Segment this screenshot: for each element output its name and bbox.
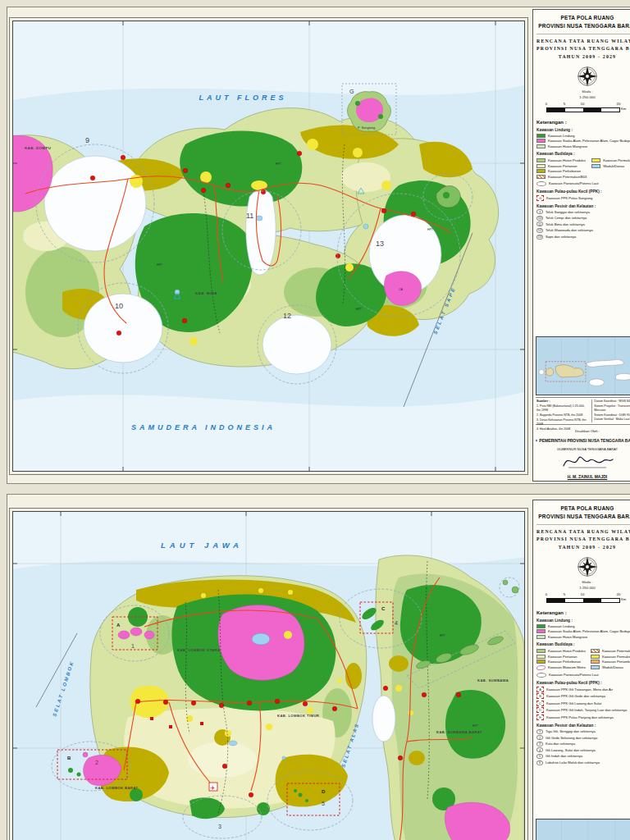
legend-item: Kawasan Mataram Metro (536, 665, 586, 670)
suaka-swatch (536, 139, 546, 143)
legend-item: CKawasan PPK Gili Lawang dan Sulat (536, 701, 630, 706)
scale-label: Skala : (536, 89, 630, 94)
map-area-sumbawa: 9 10 11 12 13 G P. Sangiang HPT HPT (12, 21, 525, 472)
mangrove-swatch (536, 144, 546, 148)
legend-header: Keterangan : (536, 610, 630, 615)
svg-text:KAB. BIMA: KAB. BIMA (195, 291, 217, 295)
map-area-lombok: ✈ (12, 511, 525, 840)
map-title-2: PROVINSI NUSA TENGGARA BARAT (536, 513, 630, 521)
svg-text:D: D (322, 789, 326, 794)
svg-text:2: 2 (95, 760, 98, 765)
pertanian-light (188, 742, 257, 778)
svg-text:LAUT FLORES: LAUT FLORES (199, 94, 287, 102)
governor-name: H. M. ZAINUL MAJDI (536, 474, 630, 479)
compass-rose-icon (577, 66, 598, 87)
legend-item: Kawasan Pertanian (536, 164, 587, 168)
legend-item: AKawasan PPK Gili Trawangan, Meno dan Ai… (536, 687, 630, 692)
legend-item: Kawasan Peternakan/B03 (591, 649, 630, 653)
map-sheet-lombok: ✈ (7, 494, 630, 840)
svg-text:12: 12 (283, 312, 291, 320)
scale-bar: 0 5 10 20 Km (546, 592, 628, 605)
legend-item: 12Teluk Waworada dan sekitarnya (536, 228, 630, 233)
scale-bar: 0 5 10 20 Km (546, 102, 628, 114)
legend-item: Kawasan Perkebunan (536, 169, 587, 173)
legend-panel-sumbawa: PETA POLA RUANG PROVINSI NUSA TENGGARA B… (532, 9, 630, 482)
legend-item: Kawasan Pertanian (536, 655, 586, 659)
svg-text:HPT: HPT (356, 308, 363, 311)
svg-text:✈: ✈ (211, 785, 216, 791)
ntb-provincial-crest-icon (536, 435, 537, 446)
svg-text:5: 5 (322, 801, 325, 806)
svg-text:HPT: HPT (157, 263, 163, 267)
legend-item: Waduk/Danau (591, 665, 630, 669)
compass-rose-icon (577, 556, 598, 578)
governor-signature (559, 451, 616, 471)
svg-text:4: 4 (395, 620, 398, 626)
legend-item: 2Gili Gede Sekotong dan sekitarnya (536, 735, 630, 740)
svg-text:HPT: HPT (276, 162, 282, 166)
map-sheet-sumbawa: 9 10 11 12 13 G P. Sangiang HPT HPT (7, 7, 630, 484)
svg-text:1: 1 (131, 643, 135, 649)
pariwisata-swatch (536, 673, 546, 678)
lindung-swatch (536, 134, 546, 138)
svg-text:KAB. LOMBOK TIMUR: KAB. LOMBOK TIMUR (277, 714, 319, 718)
lombok-map-svg: ✈ (13, 512, 524, 840)
map-subtitle-block: RENCANA TATA RUANG WILAYAH PROVINSI NUSA… (536, 524, 630, 553)
overview-inset-map (536, 819, 630, 840)
map-title: PETA POLA RUANG (536, 14, 630, 22)
overview-inset-map (536, 336, 630, 395)
taliwang-bay (372, 696, 395, 742)
map-subtitle-block: RENCANA TATA RUANG WILAYAH PROVINSI NUSA… (536, 34, 630, 62)
legend-item: 5Gili Indah dan sekitarnya (536, 754, 630, 759)
legend-item: Kawasan Lindung (536, 624, 630, 628)
legend-item: Kawasan Peternakan/B03 (536, 175, 587, 179)
legend-header: Keterangan : (536, 120, 630, 125)
legend-item: Kawasan Pariwisata/Potensi Laut (536, 673, 630, 678)
legend-item: Kawasan Permukiman (591, 158, 630, 162)
legend-item: Kawasan Hutan Produksi (536, 649, 586, 653)
rinjani-suaka-alam (218, 605, 304, 681)
legend-panel-lombok: PETA POLA RUANG PROVINSI NUSA TENGGARA B… (532, 500, 630, 840)
legend-item: Kawasan Hutan Mangrove (536, 635, 630, 639)
legend-item: BKawasan PPK Gili Gede dan sekitarnya (536, 693, 630, 699)
svg-text:KAB. LOMBOK BARAT: KAB. LOMBOK BARAT (95, 786, 138, 790)
legend-item: Kawasan Pertambangan (591, 660, 630, 664)
legend-item: 3Kuta dan sekitarnya (536, 742, 630, 746)
legend-item: 10Teluk Cempi dan sekitarnya (536, 216, 630, 221)
legend-item: Waduk/Danau (591, 164, 630, 168)
svg-text:C: C (381, 606, 386, 611)
legend-item: Kawasan Suaka Alam, Pelestarian Alam, Ca… (536, 629, 630, 633)
svg-text:CA: CA (399, 288, 404, 291)
legend-item: 1Tiga Gili, Senggigi dan sekitarnya (536, 729, 630, 734)
legend-item: Kawasan Hutan Produksi (536, 158, 587, 162)
svg-text:B: B (67, 756, 71, 760)
inset-map-svg (536, 819, 630, 840)
svg-text:HPT: HPT (440, 634, 446, 637)
svg-text:KAB. DOMPU: KAB. DOMPU (25, 146, 51, 150)
approval-block: Disahkan Oleh : PEMERINTAH PROVINSI NUSA… (536, 427, 630, 478)
legend-item: 4Gili Lawang, Sulat dan sekitarnya (536, 747, 630, 752)
legend-item: 6Labuhan Lalar Maluk dan sekitarnya (536, 760, 630, 765)
airport-icon: ✈ (209, 783, 217, 791)
metro-swatch (536, 665, 546, 670)
source-block: Sumber : 1. Peta RBI (Bakosurtanal) 1:25… (536, 397, 630, 425)
svg-text:LAUT JAWA: LAUT JAWA (161, 541, 243, 550)
legend-item: Kawasan Perkebunan (536, 660, 586, 664)
scale-label: Skala : (536, 579, 630, 585)
pariwisata-swatch (536, 181, 546, 186)
legend-item: Kawasan Hutan Mangrove (536, 144, 630, 148)
legend-item: GKawasan PPK Pulau Sangiang (536, 195, 630, 201)
legend-item: Kawasan Suaka Alam, Pelestarian Alam, Ca… (536, 139, 630, 143)
svg-text:KAB. SUMBAWA BARAT: KAB. SUMBAWA BARAT (436, 730, 482, 734)
map-title-2: PROVINSI NUSA TENGGARA BARAT (536, 22, 630, 30)
svg-text:G: G (349, 89, 354, 94)
legend-item: Kawasan Lindung (536, 134, 630, 138)
svg-text:13: 13 (376, 240, 384, 248)
svg-text:P. Sangiang: P. Sangiang (358, 126, 375, 130)
svg-text:A: A (116, 623, 121, 628)
svg-text:10: 10 (115, 302, 123, 310)
sumbawa-map-svg: 9 10 11 12 13 G P. Sangiang HPT HPT (13, 21, 524, 471)
scale-value: 1:250.000 (536, 585, 630, 591)
svg-text:HPT: HPT (427, 228, 434, 231)
legend-item: 9Teluk Sanggar dan sekitarnya (536, 209, 630, 214)
